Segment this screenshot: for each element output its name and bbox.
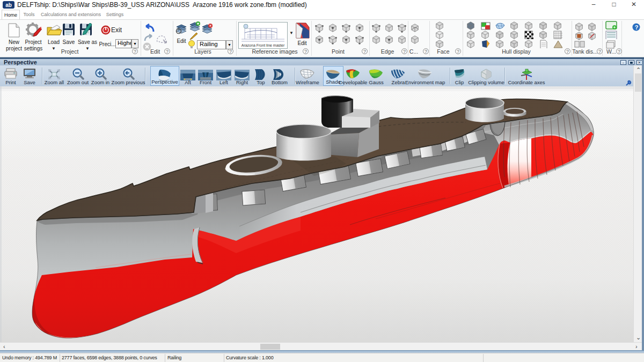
svg-text:ab: ab — [5, 2, 12, 8]
svg-text:?: ? — [635, 24, 639, 31]
